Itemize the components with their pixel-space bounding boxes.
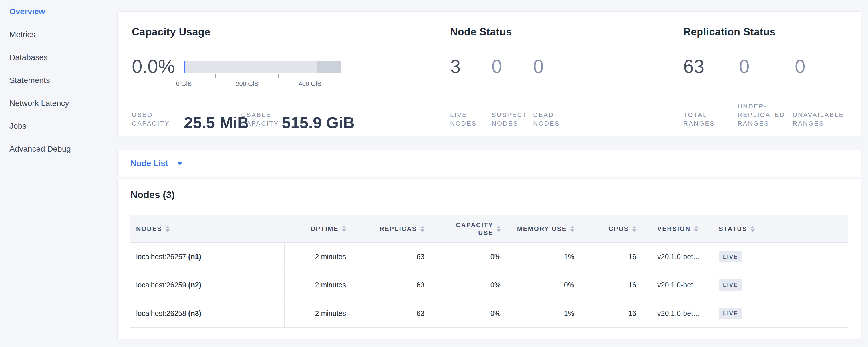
node-list-dropdown-label: Node List [130, 159, 168, 168]
table-row: localhost:26258 (n3) 2 minutes 63 0% 1% … [130, 299, 848, 327]
under-replicated-ranges-label: UNDER-REPLICATED RANGES [738, 102, 790, 128]
total-ranges-label: TOTAL RANGES [683, 111, 720, 128]
node-id: (n3) [188, 309, 202, 317]
sort-icon[interactable] [165, 226, 169, 232]
unavailable-ranges-label: UNAVAILABLE RANGES [793, 111, 852, 128]
table-row: localhost:26259 (n2) 2 minutes 63 0% 0% … [130, 271, 848, 299]
column-header-uptime[interactable]: UPTIME [284, 215, 353, 243]
sort-icon[interactable] [497, 226, 501, 232]
node-list-dropdown[interactable]: Node List [130, 150, 183, 177]
dead-nodes-label: DEAD NODES [533, 111, 564, 128]
sidebar: Overview Metrics Databases Statements Ne… [0, 0, 115, 347]
axis-label-400gib: 400 GiB [299, 80, 321, 88]
cpus-cell: 16 [581, 243, 643, 271]
sort-icon[interactable] [342, 226, 346, 232]
replicas-cell: 63 [353, 299, 431, 327]
column-header-replicas[interactable]: REPLICAS [353, 215, 431, 243]
sidebar-item[interactable]: Statements [9, 76, 71, 85]
table-header-row: NODES UPTIME REPLICAS CAPACITY USE [130, 215, 848, 243]
replication-status-title: Replication Status [683, 26, 776, 38]
status-cell: LIVE [712, 271, 848, 299]
status-cell: LIVE [712, 299, 848, 327]
node-address-cell[interactable]: localhost:26258 (n3) [130, 299, 284, 327]
replicas-cell: 63 [353, 243, 431, 271]
nodes-table-card: Nodes (3) NODES UPTIME [117, 179, 861, 339]
sort-icon[interactable] [570, 226, 574, 232]
memory-use-cell: 1% [507, 243, 581, 271]
axis-label-0gib: 0 GiB [176, 80, 192, 88]
capacity-bar-used-segment [184, 61, 185, 73]
unavailable-ranges-count: 0 [795, 57, 805, 76]
uptime-cell: 2 minutes [284, 243, 353, 271]
sidebar-item[interactable]: Advanced Debug [9, 145, 71, 154]
total-ranges-count: 63 [683, 57, 704, 76]
node-address[interactable]: localhost:26258 [136, 309, 186, 317]
status-badge: LIVE [719, 279, 742, 291]
used-capacity-label: USED CAPACITY [132, 111, 175, 128]
sidebar-item[interactable]: Jobs [9, 122, 71, 131]
nodes-table: NODES UPTIME REPLICAS CAPACITY USE [130, 215, 848, 327]
suspect-nodes-label: SUSPECT NODES [492, 111, 532, 128]
capacity-use-cell: 0% [431, 299, 507, 327]
version-cell: v20.1.0-bet… [643, 271, 712, 299]
view-selector-card: Node List [117, 150, 861, 177]
uptime-cell: 2 minutes [284, 271, 353, 299]
node-id: (n1) [188, 253, 202, 261]
replicas-cell: 63 [353, 271, 431, 299]
cluster-summary-card: Capacity Usage 0.0% 0 GiB 200 GiB 400 Gi… [117, 11, 861, 136]
column-header-status[interactable]: STATUS [712, 215, 848, 243]
sort-icon[interactable] [421, 226, 425, 232]
live-nodes-label: LIVE NODES [450, 111, 482, 128]
used-capacity-value: 25.5 MiB [184, 114, 249, 132]
sidebar-item[interactable]: Network Latency [9, 99, 71, 108]
column-header-version[interactable]: VERSION [643, 215, 712, 243]
capacity-axis-ticks [184, 74, 341, 78]
capacity-use-cell: 0% [431, 271, 507, 299]
version-cell: v20.1.0-bet… [643, 299, 712, 327]
column-header-cpus[interactable]: CPUS [581, 215, 643, 243]
under-replicated-ranges-count: 0 [739, 57, 750, 76]
node-address-cell[interactable]: localhost:26257 (n1) [130, 243, 284, 271]
dead-nodes-count: 0 [533, 57, 544, 76]
chevron-down-icon [177, 162, 183, 165]
column-header-memory-use[interactable]: MEMORY USE [507, 215, 581, 243]
status-cell: LIVE [712, 243, 848, 271]
node-address[interactable]: localhost:26257 [136, 253, 186, 261]
nodes-section-title: Nodes (3) [130, 189, 175, 200]
usable-capacity-value: 515.9 GiB [282, 114, 354, 132]
column-header-nodes[interactable]: NODES [130, 215, 284, 243]
sidebar-item[interactable]: Databases [9, 53, 71, 62]
capacity-usage-title: Capacity Usage [132, 26, 211, 38]
version-cell: v20.1.0-bet… [643, 243, 712, 271]
capacity-used-percent: 0.0% [132, 57, 175, 76]
node-address-cell[interactable]: localhost:26259 (n2) [130, 271, 284, 299]
status-badge: LIVE [719, 308, 742, 319]
node-status-title: Node Status [450, 26, 512, 38]
sidebar-item[interactable]: Overview [9, 7, 71, 16]
suspect-nodes-count: 0 [492, 57, 502, 76]
sort-icon[interactable] [632, 226, 637, 232]
capacity-bar-reserved-segment [317, 61, 341, 73]
cpus-cell: 16 [581, 271, 643, 299]
node-address[interactable]: localhost:26259 [136, 281, 186, 289]
axis-label-200gib: 200 GiB [236, 80, 258, 88]
memory-use-cell: 1% [507, 299, 581, 327]
sort-icon[interactable] [751, 226, 755, 232]
node-id: (n2) [188, 281, 202, 289]
sidebar-item[interactable]: Metrics [9, 30, 71, 39]
capacity-use-cell: 0% [431, 243, 507, 271]
cpus-cell: 16 [581, 299, 643, 327]
status-badge: LIVE [719, 251, 742, 262]
sidebar-nav-list: Overview Metrics Databases Statements Ne… [9, 7, 71, 167]
memory-use-cell: 0% [507, 271, 581, 299]
sort-icon[interactable] [694, 226, 698, 232]
capacity-usage-bar [184, 61, 341, 73]
live-nodes-count: 3 [450, 57, 461, 76]
column-header-capacity-use[interactable]: CAPACITY USE [431, 215, 507, 243]
table-row: localhost:26257 (n1) 2 minutes 63 0% 1% … [130, 243, 848, 271]
uptime-cell: 2 minutes [284, 299, 353, 327]
